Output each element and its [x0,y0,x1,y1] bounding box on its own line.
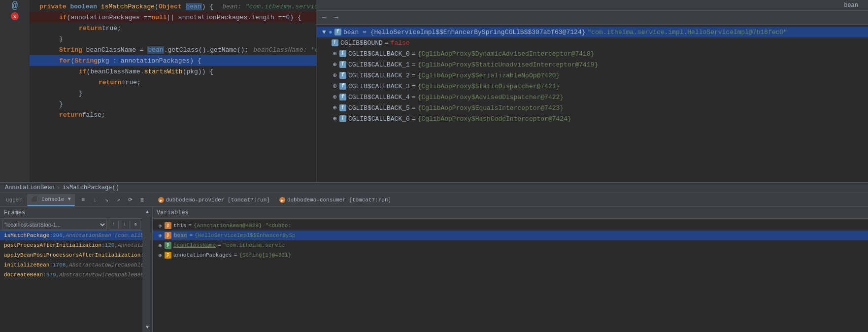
var-row-cb5[interactable]: ⊕ f CGLIB$CALLBACK_5 = {CglibAopProxy$Eq… [317,102,868,113]
frames-select[interactable]: "localhost-startStop-1... [2,220,107,230]
var-row-cb3[interactable]: ⊕ f CGLIB$CALLBACK_3 = {CglibAopProxy$St… [317,81,868,92]
var-bottom-key-annpkgs: annotationPackages [173,252,232,258]
expand-icon-cb2[interactable]: ⊕ [332,72,338,79]
var-row-bean[interactable]: ▼ ● f bean = {HelloServiceImpl$$Enhancer… [317,27,868,37]
var-val-bound: false [391,39,410,47]
expand-icon-bean[interactable]: ▼ [321,29,328,35]
provider-tab-icon: ▶ [158,197,165,203]
frames-up-btn[interactable]: ↑ [109,220,119,230]
expand-icon-cb3[interactable]: ⊕ [332,83,338,90]
f-badge-cb0: f [339,50,346,57]
frames-down-btn[interactable]: ↓ [120,220,130,230]
p-badge-this: p [165,222,171,229]
p-badge-bcn: p [165,242,171,249]
variables-bottom: Variables ⊕ p this = {AnnotationBean@482… [153,207,868,332]
debug-btn-4[interactable]: ≣ [137,195,148,205]
error-icon: ✕ [11,12,19,20]
var-back-btn[interactable]: ← [319,12,330,23]
tab-console[interactable]: ⬛ Console ▼ [27,194,75,206]
code-hint-5: beanClassName: "com.itheima.service.impl… [253,46,316,54]
expand-icon-annpkgs[interactable]: ⊕ [157,252,164,259]
frame-item-4[interactable]: doCreateBean:579, AbstractAutowireCapabl… [0,270,142,280]
tab-debugger[interactable]: ugger [2,194,26,206]
var-bottom-bean[interactable]: ⊕ p bean = {HelloServiceImpl$$EnhancerBy… [153,231,868,240]
expand-icon-cb6[interactable]: ⊕ [332,115,338,122]
debug-btn-step-into[interactable]: ↘ [101,195,112,205]
var-bottom-val-bcn: "com.itheima.servic [223,242,284,248]
expand-icon-bcn[interactable]: ⊕ [157,242,164,249]
var-bottom-annpkgs[interactable]: ⊕ p annotationPackages = {String[1]@4831… [153,250,868,260]
debug-btn-3[interactable]: ⟳ [125,195,136,205]
frames-filter-btn[interactable]: ⚗ [131,220,140,230]
code-line-1: private boolean isMatchPackage(Object be… [30,1,316,12]
var-bottom-beanclassname[interactable]: ⊕ p beanClassName = "com.itheima.servic [153,240,868,250]
var-bottom-key-bcn: beanClassName [173,242,216,248]
frame-method-3: initializeBean [4,262,49,268]
scroll-down-arrow[interactable]: ▼ [142,322,152,332]
breadcrumb-bar: AnnotationBean › isMatchPackage() [0,182,868,193]
var-val-cb3: {CglibAopProxy$StaticDispatcher@7421} [418,83,560,90]
var-val-cb4: {CglibAopProxy$AdvisedDispatcher@7422} [418,94,564,101]
frames-list: isMatchPackage:296, AnnotationBean (com.… [0,231,142,280]
at-icon: @ [12,0,18,11]
f-badge-cb5: f [339,104,346,111]
scroll-up-arrow[interactable]: ▲ [142,207,152,217]
frames-title: Frames [4,209,25,216]
frames-nav-btns: ↑ ↓ ⚗ [109,220,140,230]
variables-panel-header: bean [317,0,868,11]
frame-line-1: :120, [101,242,118,248]
main-container: @ ✕ private boolean isMatchPackage(Objec… [0,0,868,332]
debug-btn-step-out[interactable]: ↗ [113,195,124,205]
frame-item-0[interactable]: isMatchPackage:296, AnnotationBean (com.… [0,231,142,240]
expand-icon-cb1[interactable]: ⊕ [332,61,338,68]
var-bottom-this[interactable]: ⊕ p this = {AnnotationBean@4828} "<dubbo… [153,221,868,231]
frame-class-4: AbstractAutowireCapableBea [59,272,142,278]
expand-icon-bean-bottom[interactable]: ⊕ [157,232,164,239]
var-forward-btn[interactable]: → [331,12,341,23]
variables-bottom-content: ⊕ p this = {AnnotationBean@4828} "<dubbo… [153,219,868,332]
tab-provider[interactable]: ▶ dubbodemo-provider [tomcat7:run] [154,194,274,206]
var-row-cb6[interactable]: ⊕ f CGLIB$CALLBACK_6 = {CglibAopProxy$Ha… [317,113,868,124]
debug-tabs: ugger ⬛ Console ▼ ≡ ↓ ↘ ↗ ⟳ ≣ ▶ du [0,193,868,207]
expand-icon-this[interactable]: ⊕ [157,222,164,229]
var-row-cb4[interactable]: ⊕ f CGLIB$CALLBACK_4 = {CglibAopProxy$Ad… [317,92,868,102]
frame-item-3[interactable]: initializeBean:1706, AbstractAutowireCap… [0,260,142,270]
var-bottom-val-annpkgs: {String[1]@4831} [239,252,291,258]
variables-bottom-title: Variables [157,209,189,216]
var-row-cb1[interactable]: ⊕ f CGLIB$CALLBACK_1 = {CglibAopProxy$St… [317,59,868,70]
expand-icon-cb0[interactable]: ⊕ [332,50,338,57]
code-line-8: return true; [30,77,316,88]
frame-class-0: AnnotationBean (com.alib [66,232,142,238]
expand-icon-cb5[interactable]: ⊕ [332,104,338,111]
code-line-11: return false; [30,109,316,120]
var-key-cb5: CGLIB$CALLBACK_5 [348,104,410,112]
var-key-cb1: CGLIB$CALLBACK_1 [348,61,410,68]
code-editor: private boolean isMatchPackage(Object be… [30,0,316,182]
var-row-cglib-bound[interactable]: f CGLIB$BOUND = false [317,37,868,48]
f-badge-cb4: f [339,94,346,100]
p-badge-bean-bottom: p [165,232,171,239]
expand-icon-cb4[interactable]: ⊕ [332,94,338,100]
code-hint-1: bean: "com.itheima.service.impl.HelloSer… [222,3,316,10]
tab-consumer[interactable]: ▶ dubbodemo-consumer [tomcat7:run] [275,194,395,206]
frame-item-1[interactable]: postProcessAfterInitialization:120, Anno… [0,240,142,250]
var-row-cb2[interactable]: ⊕ f CGLIB$CALLBACK_2 = {CglibAopProxy$Se… [317,70,868,81]
f-badge-cb1: f [339,61,346,68]
code-line-4: } [30,33,316,44]
code-area: @ ✕ private boolean isMatchPackage(Objec… [0,0,868,182]
var-row-cb0[interactable]: ⊕ f CGLIB$CALLBACK_0 = {CglibAopProxy$Dy… [317,48,868,59]
debug-btn-1[interactable]: ≡ [78,195,89,205]
frame-method-4: doCreateBean [4,272,43,278]
frame-item-2[interactable]: applyBeanPostProcessorsAfterInitializati… [0,250,142,260]
consumer-tab-label: dubbodemo-consumer [tomcat7:run] [287,197,391,203]
variables-title: bean [844,2,858,9]
frames-scrollbar[interactable]: ▲ ▼ [142,207,152,332]
frame-method-2: applyBeanPostProcessorsAfterInitializati… [4,252,140,258]
debug-btn-step-over[interactable]: ↓ [90,195,100,205]
code-line-9: } [30,88,316,99]
code-line-2: if (annotationPackages == null || annota… [30,12,316,23]
frame-class-3: AbstractAutowireCapable [69,262,142,268]
var-val-cb1: {CglibAopProxy$StaticUnadvisedIntercepto… [418,61,599,68]
debug-content: Frames "localhost-startStop-1... ↑ ↓ ⚗ [0,207,868,332]
code-line-3: return true; [30,23,316,33]
